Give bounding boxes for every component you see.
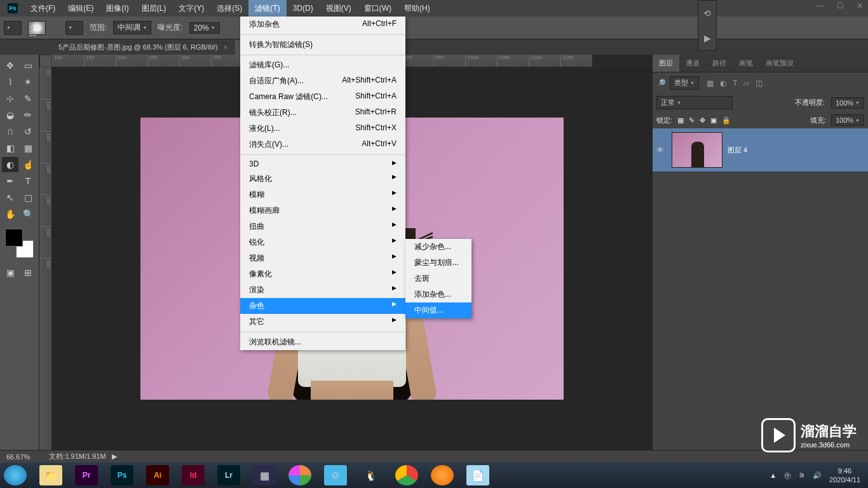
task-browser-icon[interactable] xyxy=(4,465,27,485)
panel-tab-画笔预设[interactable]: 画笔预设 xyxy=(759,55,800,72)
filter-menu-item[interactable]: 自适应广角(A)...Alt+Shift+Ctrl+A xyxy=(240,73,405,89)
noise-menu-item[interactable]: 蒙尘与划痕... xyxy=(405,255,471,271)
pen-tool-icon[interactable]: ✒ xyxy=(2,173,18,189)
quickmask-icon[interactable]: ▣ xyxy=(2,265,18,280)
filter-menu-item[interactable]: 模糊画廊▶ xyxy=(240,203,405,219)
task-explorer-icon[interactable]: 📁 xyxy=(39,465,62,485)
layer-visibility-icon[interactable]: 👁 xyxy=(656,146,667,154)
layer-item[interactable]: 👁图层 4 xyxy=(653,128,868,172)
ruler-vertical[interactable]: 50100150200250300350 xyxy=(39,67,52,450)
close-tab-icon[interactable]: × xyxy=(224,43,227,51)
screenmode-icon[interactable]: ⊞ xyxy=(20,265,36,280)
panel-tab-路径[interactable]: 路径 xyxy=(706,55,733,72)
eraser-tool-icon[interactable]: ◧ xyxy=(2,140,18,156)
filter-menu-item[interactable]: Camera Raw 滤镜(C)...Shift+Ctrl+A xyxy=(240,89,405,105)
lock-pixels-icon[interactable]: ▦ xyxy=(677,116,684,125)
filter-menu-item[interactable]: 液化(L)...Shift+Ctrl+X xyxy=(240,121,405,137)
layer-filter-select[interactable]: 类型 xyxy=(670,76,699,90)
filter-smart-icon[interactable]: ◫ xyxy=(756,79,763,88)
task-photoshop-icon[interactable]: Ps xyxy=(111,465,133,485)
task-ball-icon[interactable] xyxy=(288,465,311,485)
shape-tool-icon[interactable]: ▢ xyxy=(20,190,36,205)
maximize-icon[interactable]: ☐ xyxy=(837,1,844,10)
menu-图层[interactable]: 图层(L) xyxy=(135,0,173,17)
filter-menu-item[interactable]: 渲染▶ xyxy=(240,282,405,298)
task-notes-icon[interactable]: 📄 xyxy=(466,465,489,485)
filter-pixel-icon[interactable]: ▦ xyxy=(707,79,714,88)
task-chrome-icon[interactable] xyxy=(395,465,418,485)
exposure-input[interactable]: 20% xyxy=(189,22,220,34)
collapsed-panel-dock[interactable]: ⟲ ▶ xyxy=(698,0,717,51)
filter-menu-item[interactable]: 扭曲▶ xyxy=(240,219,405,234)
tool-preset-icon[interactable] xyxy=(4,21,22,35)
lock-artboard-icon[interactable]: ▣ xyxy=(710,116,717,125)
filter-adjust-icon[interactable]: ◐ xyxy=(720,79,726,88)
history-panel-icon[interactable]: ⟲ xyxy=(703,8,711,18)
filter-menu-item[interactable]: 锐化▶ xyxy=(240,234,405,250)
menu-选择[interactable]: 选择(S) xyxy=(210,0,248,17)
tray-arrow-icon[interactable]: ▲ xyxy=(770,471,776,479)
menu-滤镜[interactable]: 滤镜(T) xyxy=(248,0,286,17)
gradient-tool-icon[interactable]: ▦ xyxy=(20,140,36,156)
lock-all-icon[interactable]: 🔒 xyxy=(722,116,731,125)
opacity-input[interactable]: 100% xyxy=(831,97,864,109)
filter-menu-item[interactable]: 滤镜库(G)... xyxy=(240,57,405,73)
tray-ime-icon[interactable]: ㊥ xyxy=(784,471,791,480)
menu-编辑[interactable]: 编辑(E) xyxy=(62,0,100,17)
task-blue-icon[interactable]: ☺ xyxy=(324,465,347,485)
brush-tool-icon[interactable]: ✏ xyxy=(20,107,36,123)
close-icon[interactable]: ✕ xyxy=(857,1,863,10)
menu-视图[interactable]: 视图(V) xyxy=(320,0,358,17)
path-tool-icon[interactable]: ↖ xyxy=(2,190,18,205)
menu-帮助[interactable]: 帮助(H) xyxy=(398,0,437,17)
filter-menu-item[interactable]: 模糊▶ xyxy=(240,187,405,203)
marquee-tool-icon[interactable]: ▭ xyxy=(20,58,36,73)
filter-menu-item[interactable]: 3D▶ xyxy=(240,157,405,171)
menu-窗口[interactable]: 窗口(W) xyxy=(358,0,398,17)
smudge-tool-icon[interactable]: ☝ xyxy=(20,157,36,172)
panel-tab-画笔[interactable]: 画笔 xyxy=(733,55,759,72)
minimize-icon[interactable]: — xyxy=(817,1,824,10)
noise-menu-item[interactable]: 中间值... xyxy=(405,302,471,318)
panel-tab-图层[interactable]: 图层 xyxy=(653,55,679,72)
zoom-level[interactable]: 66.67% xyxy=(6,453,30,461)
brush-panel-icon[interactable] xyxy=(65,21,83,35)
noise-menu-item[interactable]: 减少杂色... xyxy=(405,239,471,255)
filter-menu-item[interactable]: 其它▶ xyxy=(240,314,405,330)
tray-clock[interactable]: 9:46 2020/4/11 xyxy=(829,466,864,484)
layer-thumbnail[interactable] xyxy=(672,132,722,168)
filter-menu-item[interactable]: 消失点(V)...Alt+Ctrl+V xyxy=(240,137,405,152)
filter-menu-item[interactable]: 浏览联机滤镜... xyxy=(240,334,405,350)
lock-position-icon[interactable]: ✥ xyxy=(700,116,705,125)
filter-menu-item[interactable]: 镜头校正(R)...Shift+Ctrl+R xyxy=(240,105,405,121)
move-tool-icon[interactable]: ✥ xyxy=(2,58,18,73)
properties-panel-icon[interactable]: ▶ xyxy=(704,33,711,43)
task-premiere-icon[interactable]: Pr xyxy=(75,465,98,485)
filter-shape-icon[interactable]: ▱ xyxy=(743,79,749,88)
patch-tool-icon[interactable]: ◒ xyxy=(2,107,18,123)
lock-paint-icon[interactable]: ✎ xyxy=(689,116,695,125)
layer-name-label[interactable]: 图层 4 xyxy=(728,146,747,155)
tray-volume-icon[interactable]: 🔊 xyxy=(813,471,822,480)
color-swatches[interactable] xyxy=(5,229,34,258)
task-qq-icon[interactable]: 🐧 xyxy=(360,465,383,485)
tray-network-icon[interactable]: ⚞ xyxy=(799,471,805,480)
filter-menu-item[interactable]: 像素化▶ xyxy=(240,266,405,282)
menu-图像[interactable]: 图像(I) xyxy=(100,0,135,17)
filter-menu-item[interactable]: 杂色▶ xyxy=(240,298,405,314)
dodge-tool-icon[interactable]: ◐ xyxy=(2,157,18,172)
type-tool-icon[interactable]: T xyxy=(20,173,36,189)
eyedropper-tool-icon[interactable]: ✎ xyxy=(20,91,36,106)
quick-select-tool-icon[interactable]: ✶ xyxy=(20,74,36,90)
history-brush-tool-icon[interactable]: ↺ xyxy=(20,124,36,139)
task-lightroom-icon[interactable]: Lr xyxy=(217,465,240,485)
zoom-tool-icon[interactable]: 🔍 xyxy=(20,207,36,222)
menu-文件[interactable]: 文件(F) xyxy=(24,0,62,17)
stamp-tool-icon[interactable]: ⎍ xyxy=(2,124,18,139)
noise-menu-item[interactable]: 去斑 xyxy=(405,271,471,287)
blend-mode-select[interactable]: 正常 xyxy=(656,96,733,109)
filter-menu-item[interactable]: 视频▶ xyxy=(240,250,405,266)
hand-tool-icon[interactable]: ✋ xyxy=(2,207,18,222)
menu-3D[interactable]: 3D(D) xyxy=(287,0,320,17)
foreground-color-icon[interactable] xyxy=(5,229,23,247)
